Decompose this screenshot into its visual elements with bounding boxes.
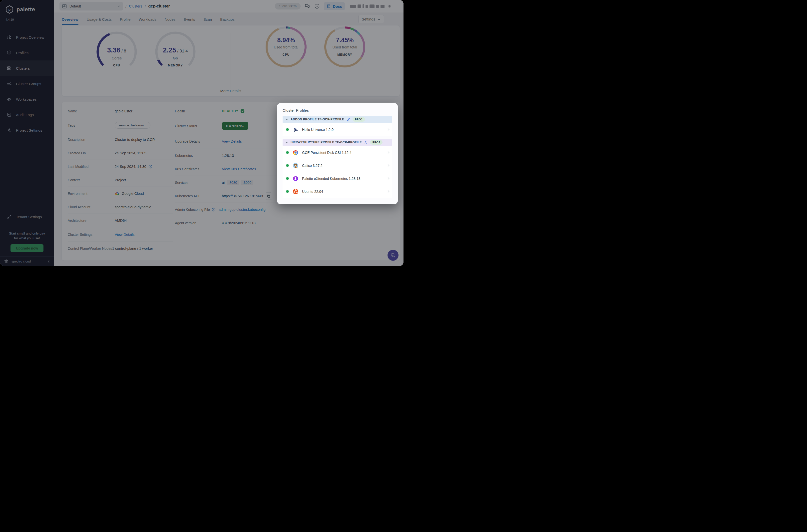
app-window: p palette 4.4.19 Project Overview Profil… (0, 0, 404, 266)
profile-pack-calico[interactable]: Calico 3.27.2 (283, 159, 392, 172)
ubuntu-icon (292, 188, 299, 195)
chevron-right-icon (387, 190, 390, 193)
pack-name: Ubuntu 22.04 (302, 190, 387, 194)
pack-name: Palette eXtended Kubernetes 1.28.13 (302, 176, 387, 180)
profile-pack-gce-csi[interactable]: GCE Persistent Disk CSI 1.12.4 (283, 146, 392, 159)
pack-status-dot (286, 164, 289, 167)
pack-status-dot (286, 151, 289, 154)
profile-pack-hello-universe[interactable]: Hello Universe 1.2.0 (283, 123, 392, 136)
link-icon (364, 140, 368, 144)
profile-header-label: ADDON PROFILE TF-GCP-PROFILE (290, 118, 344, 121)
chevron-right-icon (387, 176, 390, 180)
scope-badge: PROJ (370, 140, 382, 145)
cluster-profiles-panel: Cluster Profiles ADDON PROFILE TF-GCP-PR… (277, 103, 398, 204)
chevron-right-icon (387, 164, 390, 167)
hello-universe-icon (292, 126, 299, 133)
chevron-right-icon (387, 128, 390, 131)
chevron-down-icon (285, 141, 288, 144)
pack-name: Calico 3.27.2 (302, 164, 387, 168)
profile-header-label: INFRASTRUCTURE PROFILE TF-GCP-PROFILE (290, 140, 362, 144)
pack-status-dot (286, 128, 289, 131)
infrastructure-profile-header[interactable]: INFRASTRUCTURE PROFILE TF-GCP-PROFILE PR… (283, 139, 392, 146)
chevron-right-icon (387, 151, 390, 154)
pack-status-dot (286, 190, 289, 193)
pack-name: Hello Universe 1.2.0 (302, 128, 387, 132)
link-icon (346, 118, 350, 121)
palette-kubernetes-icon (292, 175, 299, 182)
scope-badge: PROJ (353, 117, 365, 122)
calico-icon (292, 162, 299, 169)
chevron-down-icon (285, 118, 288, 121)
cluster-profiles-title: Cluster Profiles (283, 108, 392, 113)
profile-pack-pxk[interactable]: Palette eXtended Kubernetes 1.28.13 (283, 172, 392, 185)
pack-name: GCE Persistent Disk CSI 1.12.4 (302, 151, 387, 155)
addon-profile-header[interactable]: ADDON PROFILE TF-GCP-PROFILE PROJ (283, 116, 392, 123)
pack-status-dot (286, 177, 289, 180)
profile-pack-ubuntu[interactable]: Ubuntu 22.04 (283, 185, 392, 198)
gce-persistent-disk-icon (292, 149, 299, 156)
